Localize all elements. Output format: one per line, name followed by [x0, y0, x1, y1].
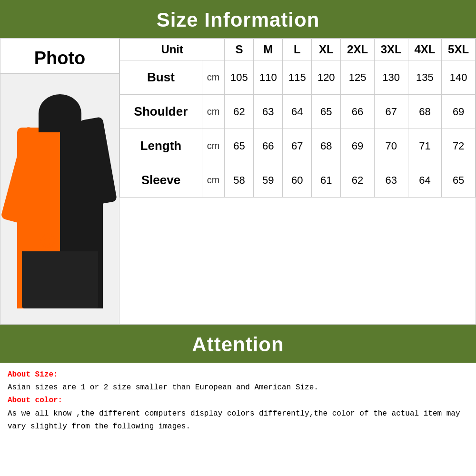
unit-sleeve: cm — [202, 163, 225, 198]
cell-sleeve-6: 64 — [408, 163, 442, 198]
cell-shoulder-1: 63 — [254, 95, 283, 129]
cell-shoulder-3: 65 — [312, 95, 341, 129]
table-header-row: Unit S M L XL 2XL 3XL 4XL 5XL — [120, 39, 476, 60]
col-5xl: 5XL — [442, 39, 476, 60]
hoodie-graphic: ☺ — [8, 89, 112, 308]
cell-sleeve-4: 62 — [341, 163, 375, 198]
cell-sleeve-5: 63 — [374, 163, 408, 198]
attention-title: Attention — [192, 333, 284, 356]
cell-bust-1: 110 — [254, 60, 283, 95]
unit-header: Unit — [120, 39, 225, 60]
table-row: Lengthcm6566676869707172 — [120, 129, 476, 163]
notes-section: About Size: Asian sizes are 1 or 2 size … — [0, 363, 476, 439]
cell-shoulder-4: 66 — [341, 95, 375, 129]
cell-sleeve-2: 60 — [283, 163, 312, 198]
cell-bust-3: 120 — [312, 60, 341, 95]
col-xl: XL — [312, 39, 341, 60]
cell-length-7: 72 — [442, 129, 476, 163]
cell-shoulder-2: 64 — [283, 95, 312, 129]
col-m: M — [254, 39, 283, 60]
header-bar: Size Information — [0, 0, 476, 38]
cell-shoulder-5: 67 — [374, 95, 408, 129]
hoodie-pants — [22, 251, 98, 308]
row-label-length: Length — [120, 129, 202, 163]
cell-shoulder-6: 68 — [408, 95, 442, 129]
cell-sleeve-7: 65 — [442, 163, 476, 198]
size-text: Asian sizes are 1 or 2 size smaller than… — [8, 383, 318, 392]
main-content: Photo ☺ Unit S M L XL — [0, 38, 476, 325]
cell-bust-7: 140 — [442, 60, 476, 95]
cell-length-0: 65 — [225, 129, 254, 163]
cell-bust-2: 115 — [283, 60, 312, 95]
row-label-sleeve: Sleeve — [120, 163, 202, 198]
cell-length-3: 68 — [312, 129, 341, 163]
col-3xl: 3XL — [374, 39, 408, 60]
col-4xl: 4XL — [408, 39, 442, 60]
size-heading: About Size: — [8, 370, 58, 379]
col-2xl: 2XL — [341, 39, 375, 60]
row-label-shoulder: Shoulder — [120, 95, 202, 129]
cell-length-2: 67 — [283, 129, 312, 163]
unit-shoulder: cm — [202, 95, 225, 129]
attention-bar: Attention — [0, 325, 476, 363]
photo-label: Photo — [0, 39, 119, 74]
col-l: L — [283, 39, 312, 60]
cell-sleeve-3: 61 — [312, 163, 341, 198]
cell-bust-5: 130 — [374, 60, 408, 95]
measurements-table: Unit S M L XL 2XL 3XL 4XL 5XL Bustcm1051… — [119, 39, 476, 198]
col-s: S — [225, 39, 254, 60]
cell-shoulder-0: 62 — [225, 95, 254, 129]
cell-sleeve-0: 58 — [225, 163, 254, 198]
row-label-bust: Bust — [120, 60, 202, 95]
hoodie-hood — [39, 94, 81, 132]
cell-length-1: 66 — [254, 129, 283, 163]
photo-image-area: ☺ — [0, 74, 119, 324]
cell-shoulder-7: 69 — [442, 95, 476, 129]
unit-length: cm — [202, 129, 225, 163]
cell-length-5: 70 — [374, 129, 408, 163]
cell-sleeve-1: 59 — [254, 163, 283, 198]
table-row: Shouldercm6263646566676869 — [120, 95, 476, 129]
photo-cell: Photo ☺ — [0, 39, 119, 324]
table-row: Sleevecm5859606162636465 — [120, 163, 476, 198]
unit-bust: cm — [202, 60, 225, 95]
cell-bust-4: 125 — [341, 60, 375, 95]
cell-length-6: 71 — [408, 129, 442, 163]
cell-length-4: 69 — [341, 129, 375, 163]
table-row: Bustcm105110115120125130135140 — [120, 60, 476, 95]
size-table: Unit S M L XL 2XL 3XL 4XL 5XL Bustcm1051… — [119, 39, 476, 324]
cell-bust-0: 105 — [225, 60, 254, 95]
color-text: As we all know ,the different computers … — [8, 409, 460, 431]
color-heading: About color: — [8, 396, 62, 405]
cell-bust-6: 135 — [408, 60, 442, 95]
header-title: Size Information — [157, 9, 320, 31]
